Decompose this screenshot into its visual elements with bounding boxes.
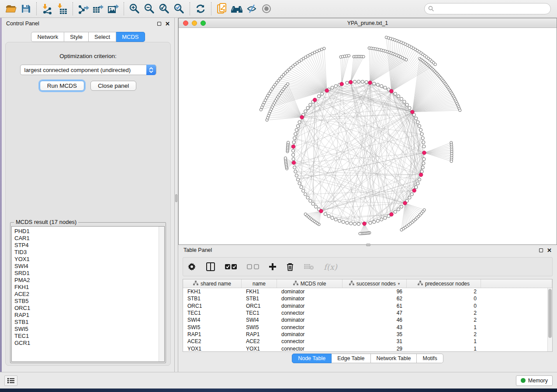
cell-predecessor-nodes: 2 — [407, 331, 481, 338]
cell-shared-name: RAP1 — [183, 331, 242, 338]
cell-shared-name: YOX1 — [183, 345, 242, 351]
cell-name: SWI4 — [242, 316, 277, 323]
table-row[interactable]: STB1STB1dominator620 — [183, 295, 547, 302]
export-network-icon[interactable] — [76, 2, 91, 16]
zoom-selected-icon[interactable] — [172, 2, 187, 16]
column-header-MCDS-role[interactable]: MCDS role — [277, 279, 343, 288]
network-window-titlebar[interactable]: YPA_prune.txt_1 — [179, 18, 557, 28]
delete-column-icon[interactable] — [286, 260, 294, 273]
search-binoculars-icon[interactable] — [229, 2, 244, 16]
global-search-field[interactable] — [424, 3, 551, 14]
cell-name: ACE2 — [242, 338, 277, 345]
column-header-shared-name[interactable]: shared name — [183, 279, 242, 288]
tab-style[interactable]: Style — [64, 32, 89, 42]
close-panel-icon[interactable]: ✕ — [547, 248, 552, 253]
table-tabs: Node TableEdge TableNetwork TableMotifs — [178, 354, 557, 363]
list-scrollbar[interactable] — [159, 227, 164, 361]
show-graphics-details-icon[interactable] — [259, 2, 274, 16]
network-from-selection-icon[interactable] — [214, 2, 229, 16]
memory-button[interactable]: Memory — [516, 375, 553, 386]
mcds-result-item[interactable]: YOX1 — [14, 256, 162, 263]
cell-MCDS-role: dominator — [277, 295, 343, 302]
mcds-result-item[interactable]: PHD1 — [14, 228, 162, 235]
float-panel-icon[interactable] — [539, 248, 543, 252]
vertical-splitter[interactable] — [175, 18, 178, 372]
table-panel-title: Table Panel — [183, 247, 212, 253]
zoom-in-icon[interactable] — [127, 2, 142, 16]
column-type-icon — [349, 281, 354, 287]
mcds-result-title: MCDS result (17 nodes) — [14, 219, 78, 225]
mcds-result-item[interactable]: RAP1 — [14, 312, 162, 319]
export-table-icon[interactable] — [91, 2, 106, 16]
mcds-result-item[interactable]: STP4 — [14, 242, 162, 249]
criterion-dropdown[interactable]: largest connected component (undirected) — [20, 65, 156, 75]
import-network-icon[interactable] — [40, 2, 55, 16]
save-icon[interactable] — [18, 2, 33, 16]
table-row[interactable]: YOX1YOX1connector291 — [183, 345, 547, 351]
network-graph-canvas[interactable] — [179, 28, 557, 244]
import-table-icon[interactable] — [55, 2, 69, 16]
task-history-button[interactable] — [4, 375, 17, 386]
tab-mcds[interactable]: MCDS — [116, 32, 145, 42]
cell-successor-nodes: 96 — [343, 288, 407, 295]
mcds-result-item[interactable]: FKH1 — [14, 284, 162, 291]
refresh-icon[interactable] — [193, 2, 208, 16]
search-input[interactable] — [434, 6, 543, 12]
table-row[interactable]: TEC1TEC1connector472 — [183, 309, 547, 316]
add-column-icon[interactable] — [269, 260, 277, 273]
mcds-result-item[interactable]: ACE2 — [14, 291, 162, 298]
sort-chevron-icon[interactable]: ▾ — [398, 282, 400, 286]
table-row[interactable]: FKH1FKH1dominator962 — [183, 288, 547, 295]
table-row[interactable]: ORC1ORC1dominator610 — [183, 303, 547, 309]
tab-network-table[interactable]: Network Table — [371, 354, 417, 363]
zoom-fit-icon[interactable] — [157, 2, 172, 16]
mcds-result-item[interactable]: CAR1 — [14, 235, 162, 242]
zoom-out-icon[interactable] — [142, 2, 157, 16]
hide-graphics-details-icon[interactable] — [244, 2, 259, 16]
mcds-result-item[interactable]: GCR1 — [14, 340, 162, 347]
select-all-icon[interactable] — [225, 260, 237, 273]
export-image-icon[interactable] — [106, 2, 121, 16]
mcds-result-item[interactable]: TID3 — [14, 249, 162, 256]
float-panel-icon[interactable] — [157, 22, 161, 26]
tab-node-table[interactable]: Node Table — [292, 354, 332, 363]
two-column-view-icon[interactable] — [206, 260, 215, 273]
column-header-predecessor-nodes[interactable]: predecessor nodes — [407, 279, 481, 288]
tab-network[interactable]: Network — [31, 32, 64, 42]
close-panel-icon[interactable]: ✕ — [165, 21, 170, 27]
close-panel-button[interactable]: Close panel — [90, 81, 136, 91]
mcds-result-item[interactable]: STB5 — [14, 298, 162, 305]
cell-successor-nodes: 47 — [343, 309, 407, 316]
cell-successor-nodes: 29 — [343, 345, 407, 351]
deselect-all-icon[interactable] — [247, 260, 259, 273]
table-row[interactable]: SWI5SWI5connector431 — [183, 323, 547, 330]
tab-edge-table[interactable]: Edge Table — [332, 354, 370, 363]
horizontal-splitter-handle[interactable] — [366, 244, 370, 246]
mcds-result-item[interactable]: TEC1 — [14, 333, 162, 340]
open-folder-icon[interactable] — [3, 2, 18, 16]
table-row[interactable]: RAP1RAP1dominator352 — [183, 331, 547, 338]
mcds-result-item[interactable]: SWI4 — [14, 263, 162, 270]
mcds-result-item[interactable]: PMA2 — [14, 277, 162, 284]
cell-MCDS-role: connector — [277, 323, 343, 330]
mcds-result-item[interactable]: SRD1 — [14, 270, 162, 277]
mcds-result-list[interactable]: PHD1CAR1STP4TID3YOX1SWI4SRD1PMA2FKH1ACE2… — [11, 226, 165, 362]
cell-successor-nodes: 43 — [343, 323, 407, 330]
mcds-result-item[interactable]: SWI5 — [14, 326, 162, 333]
table-scrollbar[interactable] — [547, 288, 552, 351]
tab-motifs[interactable]: Motifs — [417, 354, 443, 363]
mcds-result-item[interactable]: ORC1 — [14, 305, 162, 312]
column-header-name[interactable]: name — [242, 279, 277, 288]
gear-icon[interactable] — [187, 260, 196, 273]
column-header-successor-nodes[interactable]: successor nodes▾ — [343, 279, 407, 288]
splitter-handle[interactable] — [175, 194, 177, 202]
table-row[interactable]: ACE2ACE2connector311 — [183, 338, 547, 345]
list-icon — [7, 378, 14, 384]
wallpaper-edge — [0, 389, 557, 392]
tab-select[interactable]: Select — [89, 32, 116, 42]
cell-predecessor-nodes: 1 — [407, 345, 481, 351]
table-row[interactable]: SWI4SWI4dominator462 — [183, 316, 547, 323]
cell-predecessor-nodes: 2 — [407, 316, 481, 323]
run-mcds-button[interactable]: Run MCDS — [40, 81, 84, 91]
mcds-result-item[interactable]: STB1 — [14, 319, 162, 326]
